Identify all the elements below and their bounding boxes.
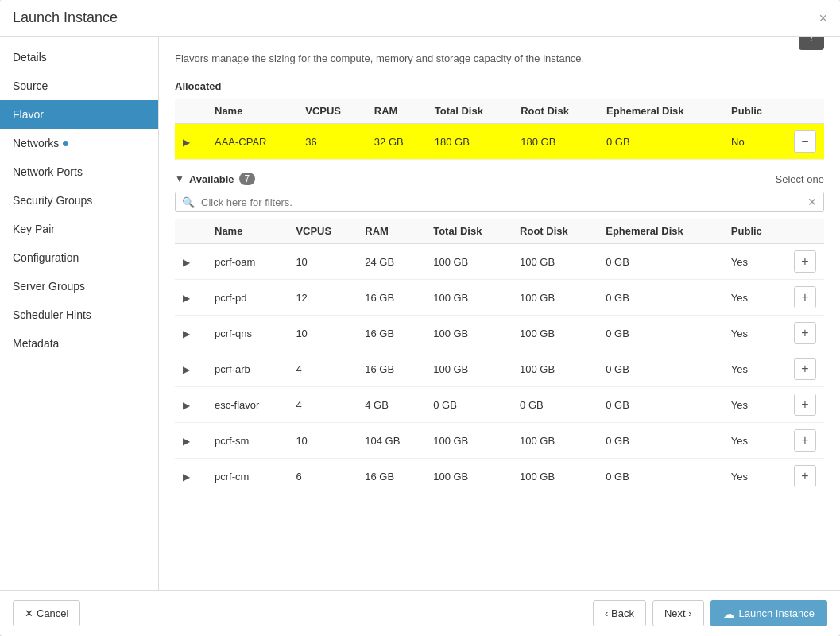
sidebar: Details Source Flavor Networks Network P…	[0, 37, 159, 590]
row-ephemeral-disk: 0 GB	[598, 280, 723, 316]
table-row: ▶ pcrf-pd 12 16 GB 100 GB 100 GB 0 GB Ye…	[175, 280, 824, 316]
allocated-row-name: AAA-CPAR	[207, 124, 297, 160]
add-flavor-button[interactable]: +	[794, 322, 816, 344]
row-expand[interactable]: ▶	[175, 387, 207, 423]
row-action[interactable]: +	[786, 280, 824, 316]
chevron-right-icon[interactable]: ▶	[183, 137, 190, 148]
sidebar-item-scheduler-hints[interactable]: Scheduler Hints	[0, 301, 158, 329]
sidebar-item-security-groups[interactable]: Security Groups	[0, 186, 158, 215]
main-content: Flavors manage the sizing for the comput…	[159, 37, 840, 590]
next-button[interactable]: Next ›	[652, 600, 704, 626]
cancel-icon: ✕	[25, 607, 33, 619]
required-indicator	[63, 141, 68, 146]
row-expand[interactable]: ▶	[175, 459, 207, 494]
chevron-right-icon[interactable]: ▶	[183, 257, 190, 268]
allocated-col-ephemeral-disk: Ephemeral Disk	[598, 99, 723, 124]
launch-instance-button[interactable]: ☁ Launch Instance	[710, 600, 827, 626]
help-button[interactable]: ?	[799, 37, 824, 50]
table-row: ▶ esc-flavor 4 4 GB 0 GB 0 GB 0 GB Yes +	[175, 387, 824, 423]
add-flavor-button[interactable]: +	[794, 286, 816, 308]
modal-header: Launch Instance ×	[0, 0, 840, 37]
modal-body: Details Source Flavor Networks Network P…	[0, 37, 840, 590]
available-col-vcpus: VCPUS	[288, 219, 357, 244]
row-action[interactable]: +	[786, 387, 824, 423]
row-root-disk: 100 GB	[512, 351, 598, 387]
row-expand[interactable]: ▶	[175, 316, 207, 351]
filter-bar[interactable]: 🔍 ✕	[175, 192, 824, 212]
close-icon[interactable]: ×	[819, 11, 827, 25]
row-root-disk: 100 GB	[512, 459, 598, 494]
filter-clear-icon[interactable]: ✕	[807, 196, 817, 208]
sidebar-item-key-pair[interactable]: Key Pair	[0, 215, 158, 243]
row-total-disk: 100 GB	[425, 459, 512, 494]
allocated-row-root-disk: 180 GB	[513, 124, 598, 160]
add-flavor-button[interactable]: +	[794, 394, 816, 416]
allocated-row-public: No	[723, 124, 786, 160]
row-name: pcrf-pd	[207, 280, 288, 316]
chevron-right-icon[interactable]: ▶	[183, 293, 190, 304]
available-col-action	[786, 219, 824, 244]
remove-flavor-button[interactable]: −	[794, 130, 816, 153]
available-col-name: Name	[207, 219, 288, 244]
add-flavor-button[interactable]: +	[794, 358, 816, 380]
available-col-ephemeral-disk: Ephemeral Disk	[598, 219, 723, 244]
row-vcpus: 10	[288, 423, 357, 459]
row-action[interactable]: +	[786, 244, 824, 280]
row-ram: 16 GB	[357, 459, 425, 494]
row-expand[interactable]: ▶	[175, 244, 207, 280]
row-ram: 104 GB	[357, 423, 425, 459]
chevron-right-icon[interactable]: ▶	[183, 471, 190, 483]
sidebar-item-networks[interactable]: Networks	[0, 129, 158, 157]
chevron-right-icon[interactable]: ▶	[183, 328, 190, 339]
row-name: pcrf-oam	[207, 244, 288, 280]
allocated-col-action	[786, 99, 824, 124]
chevron-right-icon[interactable]: ▶	[183, 364, 190, 375]
row-vcpus: 10	[288, 244, 357, 280]
row-expand[interactable]: ▶	[175, 351, 207, 387]
row-action[interactable]: +	[786, 316, 824, 351]
available-table: Name VCPUS RAM Total Disk Root Disk Ephe…	[175, 219, 824, 494]
sidebar-item-network-ports[interactable]: Network Ports	[0, 157, 158, 186]
filter-input[interactable]	[201, 196, 807, 208]
sidebar-item-details[interactable]: Details	[0, 43, 158, 72]
available-label[interactable]: Available	[189, 173, 234, 185]
allocated-row-expand[interactable]: ▶	[175, 124, 207, 160]
back-button[interactable]: ‹ Back	[593, 600, 646, 626]
chevron-down-icon[interactable]: ▼	[175, 173, 184, 184]
available-left: ▼ Available 7	[175, 173, 255, 185]
allocated-table-container: Name VCPUS RAM Total Disk Root Disk Ephe…	[175, 99, 824, 160]
row-total-disk: 100 GB	[425, 244, 512, 280]
add-flavor-button[interactable]: +	[794, 250, 816, 273]
row-expand[interactable]: ▶	[175, 280, 207, 316]
row-root-disk: 100 GB	[512, 423, 598, 459]
row-name: pcrf-qns	[207, 316, 288, 351]
cancel-button[interactable]: ✕ ✕ Cancel Cancel	[13, 600, 80, 626]
row-ephemeral-disk: 0 GB	[598, 316, 723, 351]
table-row: ▶ AAA-CPAR 36 32 GB 180 GB 180 GB 0 GB N…	[175, 124, 824, 160]
row-ephemeral-disk: 0 GB	[598, 351, 723, 387]
allocated-col-total-disk: Total Disk	[427, 99, 513, 124]
row-ephemeral-disk: 0 GB	[598, 244, 723, 280]
row-action[interactable]: +	[786, 351, 824, 387]
row-name: esc-flavor	[207, 387, 288, 423]
row-expand[interactable]: ▶	[175, 423, 207, 459]
allocated-row-action[interactable]: −	[786, 124, 824, 160]
chevron-right-icon[interactable]: ▶	[183, 436, 190, 447]
sidebar-item-flavor[interactable]: Flavor	[0, 100, 158, 129]
row-action[interactable]: +	[786, 423, 824, 459]
row-ephemeral-disk: 0 GB	[598, 459, 723, 494]
row-ephemeral-disk: 0 GB	[598, 387, 723, 423]
sidebar-item-configuration[interactable]: Configuration	[0, 243, 158, 272]
allocated-col-public: Public	[723, 99, 786, 124]
add-flavor-button[interactable]: +	[794, 429, 816, 452]
add-flavor-button[interactable]: +	[794, 465, 816, 487]
sidebar-item-metadata[interactable]: Metadata	[0, 329, 158, 358]
sidebar-item-server-groups[interactable]: Server Groups	[0, 272, 158, 301]
sidebar-item-source[interactable]: Source	[0, 72, 158, 100]
row-ephemeral-disk: 0 GB	[598, 423, 723, 459]
row-public: Yes	[723, 316, 786, 351]
row-ram: 16 GB	[357, 351, 425, 387]
chevron-right-icon[interactable]: ▶	[183, 400, 190, 411]
allocated-col-root-disk: Root Disk	[513, 99, 598, 124]
row-action[interactable]: +	[786, 459, 824, 494]
